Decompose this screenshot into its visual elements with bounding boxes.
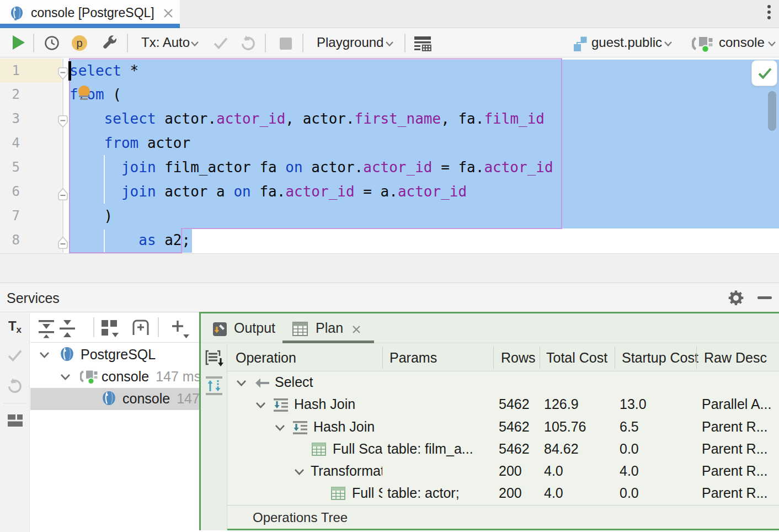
services-dashboard-icon[interactable] xyxy=(0,414,30,429)
plan-row-hash-join[interactable]: Hash Join5462126.913.0Parallel A... xyxy=(227,393,779,416)
group-by-icon[interactable] xyxy=(101,320,122,338)
plan-row-transformation[interactable]: Transformation2004.04.0Parent R... xyxy=(227,460,779,482)
profile-badge-button[interactable]: p xyxy=(72,35,87,51)
tx-mode-dropdown[interactable]: Tx: Auto xyxy=(141,35,190,50)
startup-cost-value: 6.5 xyxy=(620,419,639,435)
fold-start-icon[interactable] xyxy=(57,115,68,128)
raw-desc-value: Parent R... xyxy=(702,463,768,479)
table-scan-icon xyxy=(331,487,345,500)
line-number: 2 xyxy=(0,83,20,107)
plan-row-hash-join[interactable]: Hash Join5462105.766.5Parent R... xyxy=(227,416,779,438)
services-tree-toolbar xyxy=(30,313,199,343)
hash-join-icon xyxy=(273,398,289,412)
operation-label: Select xyxy=(275,374,313,390)
rows-value: 5462 xyxy=(499,419,530,435)
services-tree-row-console[interactable]: console147 ms xyxy=(30,366,199,388)
text-caret xyxy=(68,61,71,81)
chevron-down-icon[interactable] xyxy=(60,374,71,380)
tab-plan[interactable]: Plan xyxy=(316,320,343,336)
run-button[interactable] xyxy=(12,34,26,51)
add-frame-icon[interactable] xyxy=(132,320,149,336)
line-number: 6 xyxy=(0,180,20,204)
column-header-startup-cost[interactable]: Startup Cost xyxy=(622,350,698,366)
in-editor-results-button[interactable] xyxy=(414,35,431,52)
schema-dropdown[interactable]: guest.public xyxy=(591,35,662,50)
commit-button[interactable] xyxy=(212,36,229,50)
sql-editor[interactable]: 12345678 select *from ( select actor.act… xyxy=(0,57,779,253)
tx-chevron-icon[interactable] xyxy=(189,38,201,50)
schema-chevron-icon[interactable] xyxy=(662,38,674,50)
session-dropdown[interactable]: console xyxy=(719,35,765,50)
collapse-all-icon[interactable] xyxy=(59,320,76,338)
line-number: 7 xyxy=(0,204,20,228)
postgresql-icon xyxy=(59,346,75,362)
code-line-1: select * xyxy=(70,59,138,83)
services-minimize-icon[interactable] xyxy=(757,296,772,299)
column-header-total-cost[interactable]: Total Cost xyxy=(546,350,607,366)
startup-cost-value: 4.0 xyxy=(620,463,639,479)
code-line-6: join actor a on fa.actor_id = a.actor_id xyxy=(70,180,467,204)
total-cost-value: 126.9 xyxy=(544,396,579,412)
tab-output[interactable]: Output xyxy=(234,320,275,336)
output-tab-icon xyxy=(212,322,227,337)
fold-end-icon[interactable] xyxy=(57,188,68,201)
services-panel-header: Services xyxy=(0,283,779,312)
divider xyxy=(3,403,26,403)
rollback-icon[interactable] xyxy=(0,378,30,396)
column-header-raw-desc[interactable]: Raw Desc xyxy=(704,350,767,366)
expand-all-icon[interactable] xyxy=(38,320,55,338)
fold-region-line xyxy=(62,58,63,253)
plan-tab-close-icon[interactable] xyxy=(351,324,362,335)
intention-bulb-base xyxy=(79,95,89,97)
add-plus-icon[interactable] xyxy=(171,320,190,338)
session-chevron-icon[interactable] xyxy=(766,38,778,50)
chevron-down-icon[interactable] xyxy=(39,352,50,358)
plan-row-full-scan[interactable]: Full Scantable: actor;2004.00.0Parent R.… xyxy=(227,482,779,504)
services-gear-icon[interactable] xyxy=(728,290,744,306)
column-header-params[interactable]: Params xyxy=(390,350,437,366)
commit-icon[interactable] xyxy=(0,348,30,365)
settings-wrench-button[interactable] xyxy=(102,35,118,51)
column-header-operation[interactable]: Operation xyxy=(236,350,296,366)
tab-options-menu-icon[interactable] xyxy=(766,5,772,23)
playground-chevron-icon[interactable] xyxy=(383,38,396,50)
editor-scrollbar[interactable] xyxy=(768,91,776,131)
tree-row-label: console147 ms xyxy=(102,369,199,385)
inspections-status-widget[interactable] xyxy=(751,60,777,86)
operation-label: Full Scan xyxy=(333,441,382,457)
table-scan-icon xyxy=(312,443,326,456)
fold-end-icon[interactable] xyxy=(57,236,68,249)
tree-row-label: PostgreSQL xyxy=(81,347,156,363)
line-number: 8 xyxy=(0,228,20,253)
active-tab-underline xyxy=(0,24,180,28)
fold-start-icon[interactable] xyxy=(57,67,68,80)
services-tree-row-postgresql[interactable]: PostgreSQL xyxy=(30,344,199,366)
column-divider xyxy=(493,347,494,369)
plan-row-select[interactable]: Select xyxy=(227,371,779,393)
show-output-icon[interactable] xyxy=(205,349,225,369)
playground-dropdown[interactable]: Playground xyxy=(317,35,383,50)
services-tree-row-console[interactable]: console147 ms xyxy=(30,388,199,410)
raw-desc-value: Parallel A... xyxy=(702,396,771,412)
expand-collapse-icon[interactable] xyxy=(205,376,223,396)
column-divider xyxy=(382,347,383,369)
column-divider xyxy=(696,347,697,369)
line-number: 5 xyxy=(0,156,20,180)
history-button[interactable] xyxy=(44,35,60,51)
column-divider xyxy=(615,347,615,369)
plan-row-full-scan[interactable]: Full Scantable: film_a...546284.620.0Par… xyxy=(227,438,779,460)
chevron-down-icon[interactable] xyxy=(236,380,247,386)
params-value: table: actor; xyxy=(387,485,492,501)
column-header-rows[interactable]: Rows xyxy=(501,350,536,366)
tx-mode-icon[interactable]: Tx xyxy=(0,318,30,334)
startup-cost-value: 0.0 xyxy=(620,441,639,457)
startup-cost-value: 0.0 xyxy=(620,485,639,501)
chevron-down-icon[interactable] xyxy=(275,424,285,431)
tab-close-icon[interactable] xyxy=(162,7,175,20)
rollback-button[interactable] xyxy=(240,35,257,51)
chevron-down-icon[interactable] xyxy=(294,469,305,475)
stop-button[interactable] xyxy=(280,38,292,50)
postgresql-icon xyxy=(9,6,24,20)
tab-console-postgresql[interactable]: console [PostgreSQL] xyxy=(0,0,180,28)
chevron-down-icon[interactable] xyxy=(255,402,266,408)
